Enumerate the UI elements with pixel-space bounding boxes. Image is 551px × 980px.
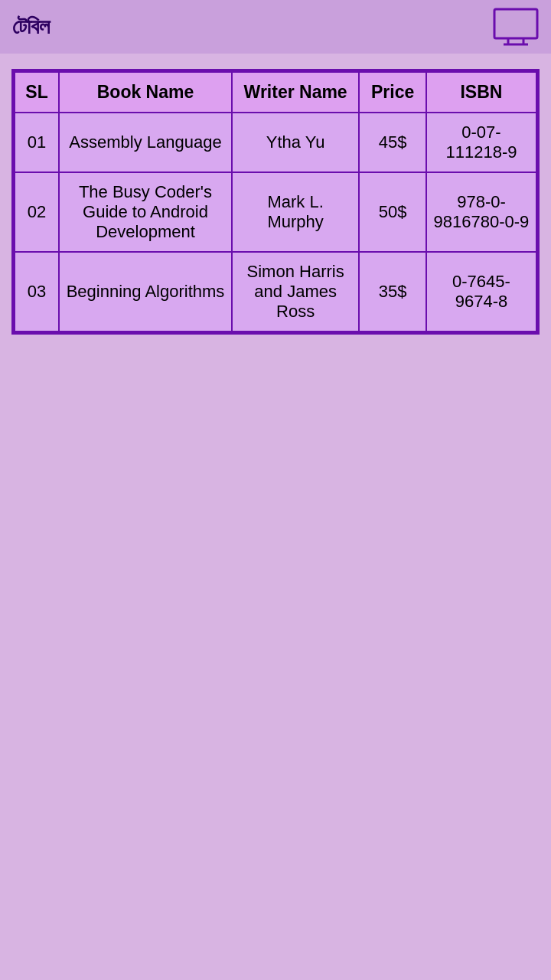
cell-book-name: Beginning Algorithms [59,252,232,332]
cell-writer-name: Mark L. Murphy [232,172,359,252]
monitor-icon [493,8,539,46]
col-header-sl: SL [15,72,59,113]
svg-rect-0 [494,9,537,38]
cell-price: 45$ [359,113,426,172]
cell-book-name: Assembly Language [59,113,232,172]
table-row: 01Assembly LanguageYtha Yu45$0-07-111218… [15,113,536,172]
col-header-writer-name: Writer Name [232,72,359,113]
cell-writer-name: Ytha Yu [232,113,359,172]
cell-book-name: The Busy Coder's Guide to Android Develo… [59,172,232,252]
cell-sl: 01 [15,113,59,172]
col-header-isbn: ISBN [426,72,536,113]
cell-sl: 02 [15,172,59,252]
table-row: 02The Busy Coder's Guide to Android Deve… [15,172,536,252]
cell-isbn: 0-7645-9674-8 [426,252,536,332]
cell-price: 50$ [359,172,426,252]
col-header-price: Price [359,72,426,113]
table-header-row: SL Book Name Writer Name Price ISBN [15,72,536,113]
cell-sl: 03 [15,252,59,332]
cell-isbn: 978-0-9816780-0-9 [426,172,536,252]
col-header-book-name: Book Name [59,72,232,113]
table-row: 03Beginning AlgorithmsSimon Harris and J… [15,252,536,332]
app-title: টেবিল [12,15,50,40]
cell-price: 35$ [359,252,426,332]
app-header: টেবিল [0,0,551,54]
cell-writer-name: Simon Harris and James Ross [232,252,359,332]
book-table: SL Book Name Writer Name Price ISBN 01As… [14,71,537,332]
book-table-container: SL Book Name Writer Name Price ISBN 01As… [11,69,540,335]
cell-isbn: 0-07-111218-9 [426,113,536,172]
